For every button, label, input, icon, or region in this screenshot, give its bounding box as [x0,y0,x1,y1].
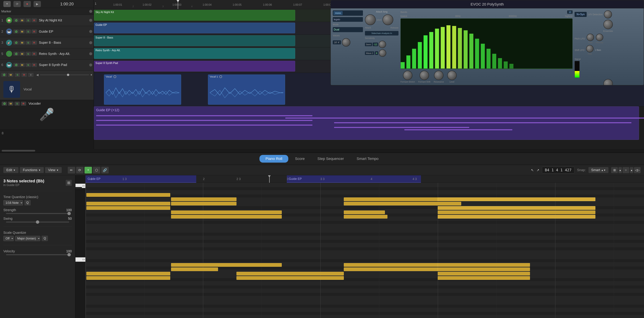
loop-tool[interactable]: ⟳ [76,167,84,173]
pr-note-low2-3[interactable] [438,276,530,280]
evoc-legato-btn[interactable]: legato [333,17,363,22]
evoc-bands-value[interactable]: 10 [567,10,572,14]
vocal-input-btn[interactable]: I [28,73,34,77]
evoc-attack-knob[interactable] [365,14,376,25]
track-solo-1[interactable]: S [26,18,31,22]
track-solo-5[interactable]: S [26,52,31,56]
edit-menu-btn[interactable]: Edit ▼ [3,167,18,173]
evoc-shift-lfo-rate-knob[interactable] [586,45,594,52]
track-mute-5[interactable]: M [20,52,25,56]
evoc-ensemble-knob[interactable] [604,20,613,29]
pr-note-2[interactable] [171,197,236,201]
select-tool[interactable]: ⬡ [93,167,100,173]
track-power-1[interactable]: ⏻ [14,18,19,22]
tab-step-sequencer[interactable]: Step Sequencer [312,155,350,162]
swing-slider[interactable] [6,222,69,223]
vocal-power-btn[interactable]: ⏻ [1,73,7,77]
vocoder-solo[interactable]: S [14,102,20,106]
piano-roll-grid[interactable]: Guide EP Guide EP 1 1 3 2 2 3 3 3 3 4 4 … [86,175,644,318]
evoc-nsyn-btn[interactable]: N+Syn [574,12,587,17]
notes-expand-btn[interactable]: ⊞ [66,180,72,186]
tab-score[interactable]: Score [289,155,310,162]
velocity-slider[interactable] [6,254,69,255]
track-solo-6[interactable]: S [26,63,31,67]
track-record-5[interactable]: R [32,52,37,56]
scrollbar-thumb[interactable] [2,150,35,152]
clip-super8-bass[interactable]: Super 8 - Bass [94,35,295,46]
clip-guide-ep[interactable]: Guide EP [94,23,295,33]
track-record-3[interactable]: R [32,41,37,45]
evoc-resonance-knob[interactable] [434,71,444,80]
track-power-2[interactable]: ⏻ [14,29,19,33]
grid-area[interactable] [86,183,644,318]
evoc-formant-shift-knob[interactable] [420,71,429,80]
arrangement-scrollbar[interactable] [0,149,644,153]
velocity-thumb[interactable] [68,253,71,256]
pr-note-12[interactable] [438,210,595,214]
record-button[interactable]: ● [24,1,31,7]
note-value-select[interactable]: 1/16 Note [3,200,23,205]
pr-note-low2-2[interactable] [236,276,344,280]
vocoder-mute[interactable]: M [8,102,14,106]
vocoder-record[interactable]: R [21,102,26,106]
pr-note-1[interactable] [86,193,170,197]
loop-button[interactable]: ⟳ [14,1,21,7]
pr-note-low-1[interactable] [86,272,170,276]
pr-note-14[interactable] [344,215,388,218]
pr-note-8[interactable] [86,206,170,210]
track-record-6[interactable]: R [32,63,37,67]
evoc-formant-stretch-knob[interactable] [403,71,412,80]
evoc-uv-knob[interactable] [604,10,612,18]
add-track-button[interactable]: + [3,1,11,7]
pr-note-c4b-1[interactable] [171,267,218,271]
link-tool[interactable]: 🔗 [101,167,109,173]
view-menu-btn[interactable]: View ▼ [45,167,62,173]
clip-sky-at-night-kit[interactable]: Sky At Night Kit [94,10,295,21]
evoc-mode-value[interactable]: Dual [333,27,363,32]
scale-q-btn[interactable]: Q [42,236,48,241]
evoc-pitch-lfo-rate-knob[interactable] [587,34,594,41]
scale-major-select[interactable]: Major (Ionian) [15,236,40,241]
guide-ep-region[interactable]: Guide EP (+12) [94,106,639,140]
track-power-5[interactable]: ⏻ [14,52,19,56]
pr-note-c4b-3[interactable] [438,267,530,271]
track-mute-3[interactable]: M [20,41,25,45]
extra-btn-2[interactable]: ▲ [618,167,622,173]
track-solo-3[interactable]: S [26,41,31,45]
track-record-1[interactable]: R [32,18,37,22]
evoc-mono-btn[interactable]: mono [334,11,343,15]
extra-btn-1[interactable]: ⊞ [611,167,618,173]
tab-smart-tempo[interactable]: Smart Tempo [351,155,384,162]
vocal-record-btn[interactable]: R [22,73,27,77]
track-mute-2[interactable]: M [20,29,25,33]
evoc-voices-knob[interactable] [342,38,350,47]
vocoder-power[interactable]: ⏻ [2,102,7,106]
quantize-q-btn[interactable]: Q [24,200,31,205]
piano-key-b4-black[interactable] [76,187,82,190]
pr-note-c4-3[interactable] [438,263,530,267]
evoc-pitch-lfo-intensity-knob[interactable] [596,34,603,41]
vocal-clip-1[interactable]: 'Vocal' [104,75,181,105]
vocal-mute-btn[interactable]: M [8,73,14,77]
pr-note-low-2[interactable] [236,272,344,276]
pr-note-10[interactable] [171,210,282,214]
play-button[interactable]: ▶ [34,1,41,7]
pr-note-11[interactable] [344,210,385,214]
pr-note-5[interactable] [86,202,170,205]
evoc-wave-knob[interactable] [379,49,386,57]
track-record-2[interactable]: R [32,29,37,33]
vocal-fader[interactable] [40,75,89,75]
track-solo-2[interactable]: S [26,29,31,33]
evoc-release-knob[interactable] [382,14,393,25]
vocal-solo-btn[interactable]: S [15,73,20,77]
swing-thumb[interactable] [36,220,39,224]
extra-btn-4[interactable]: ▲ [630,167,633,173]
extra-btn-5[interactable]: ◁▷ [634,167,641,173]
track-power-3[interactable]: ⏻ [14,41,19,45]
clip-retro-synth[interactable]: Retro Synth - Arp Alt. [94,48,295,59]
pr-note-9[interactable] [438,206,595,210]
pr-note-4[interactable] [438,197,595,201]
functions-menu-btn[interactable]: Functions ▼ [20,167,44,173]
active-tool[interactable]: + [84,167,92,173]
clip-synth-pad[interactable]: Super 8 Synth Pad [94,61,295,71]
